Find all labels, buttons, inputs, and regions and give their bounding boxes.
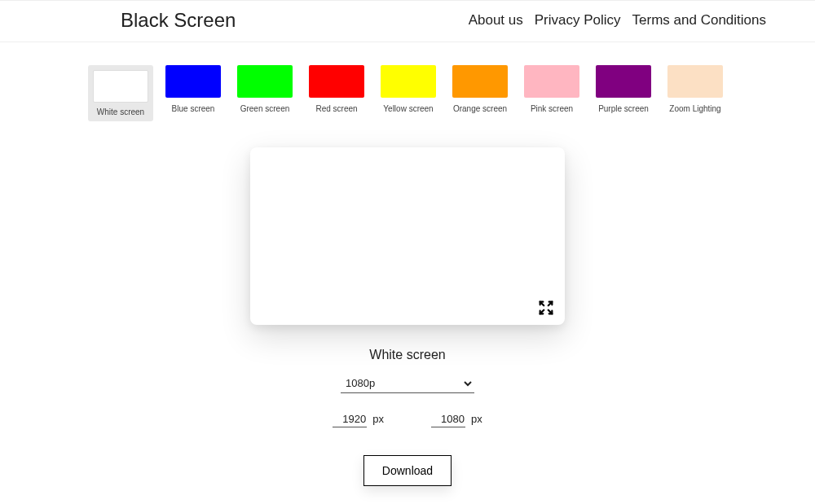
nav-terms[interactable]: Terms and Conditions <box>632 12 766 28</box>
swatch-blue-screen[interactable]: Blue screen <box>161 65 225 121</box>
swatch-label: Yellow screen <box>383 104 433 113</box>
resolution-select[interactable]: 1080p <box>341 374 474 393</box>
swatch-orange-screen[interactable]: Orange screen <box>448 65 512 121</box>
header: Black Screen About us Privacy Policy Ter… <box>0 0 815 42</box>
swatch-color <box>667 65 723 98</box>
swatch-zoom-lighting[interactable]: Zoom Lighting <box>663 65 727 121</box>
preview-title: White screen <box>0 348 815 362</box>
swatch-label: Zoom Lighting <box>669 104 720 113</box>
nav-about[interactable]: About us <box>469 12 523 28</box>
swatch-label: Pink screen <box>531 104 573 113</box>
swatch-label: Red screen <box>315 104 357 113</box>
color-swatch-row: White screenBlue screenGreen screenRed s… <box>0 65 815 121</box>
swatch-purple-screen[interactable]: Purple screen <box>592 65 655 121</box>
swatch-color <box>381 65 436 98</box>
preview-container <box>0 147 815 325</box>
swatch-color <box>309 65 364 98</box>
screen-preview[interactable] <box>250 147 565 325</box>
height-unit: px <box>471 413 482 425</box>
swatch-label: Purple screen <box>598 104 649 113</box>
swatch-pink-screen[interactable]: Pink screen <box>520 65 584 121</box>
swatch-white-screen[interactable]: White screen <box>88 65 153 121</box>
swatch-green-screen[interactable]: Green screen <box>233 65 297 121</box>
swatch-color <box>93 70 148 103</box>
download-button[interactable]: Download <box>363 455 452 486</box>
swatch-yellow-screen[interactable]: Yellow screen <box>377 65 440 121</box>
swatch-color <box>165 65 221 98</box>
swatch-color <box>524 65 579 98</box>
width-input[interactable] <box>333 411 367 427</box>
download-controls: 1080p px px Download <box>0 374 815 486</box>
site-logo[interactable]: Black Screen <box>121 9 236 32</box>
swatch-color <box>596 65 651 98</box>
swatch-color <box>452 65 508 98</box>
dimension-row: px px <box>333 411 482 427</box>
width-unit: px <box>372 413 384 425</box>
fullscreen-icon[interactable] <box>537 299 555 317</box>
swatch-color <box>237 65 293 98</box>
swatch-label: Orange screen <box>453 104 507 113</box>
swatch-red-screen[interactable]: Red screen <box>305 65 368 121</box>
nav-privacy[interactable]: Privacy Policy <box>535 12 621 28</box>
top-nav: About us Privacy Policy Terms and Condit… <box>469 12 766 28</box>
swatch-label: White screen <box>97 107 144 116</box>
height-input[interactable] <box>431 411 465 427</box>
swatch-label: Blue screen <box>172 104 215 113</box>
swatch-label: Green screen <box>240 104 290 113</box>
